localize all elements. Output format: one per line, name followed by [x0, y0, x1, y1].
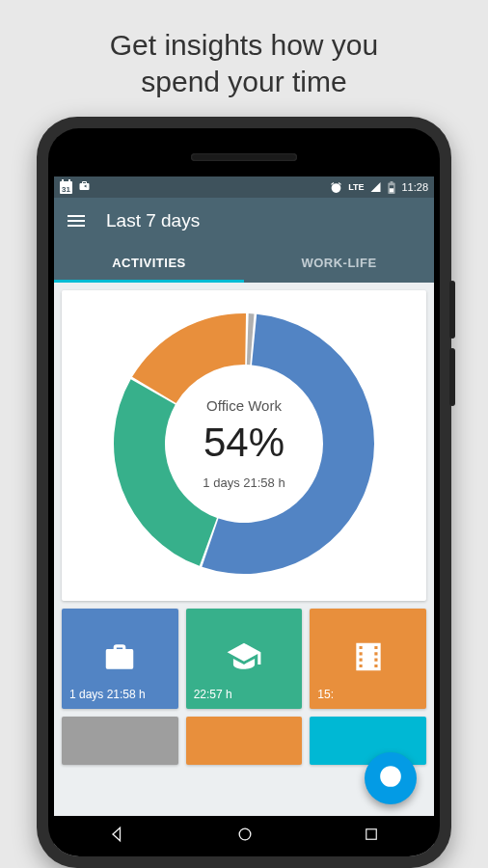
activity-tiles: 1 days 21:58 h22:57 h15: [62, 609, 426, 709]
donut-center-percent: 54% [203, 420, 285, 466]
activity-tile-movies[interactable]: 15: [310, 609, 426, 709]
activity-tile-study[interactable]: 22:57 h [186, 609, 303, 709]
clock-icon [378, 764, 403, 793]
graduation-icon [226, 638, 262, 679]
film-icon [350, 638, 387, 679]
svg-point-0 [239, 828, 251, 840]
content: Office Work 54% 1 days 21:58 h 1 days 21… [54, 283, 434, 773]
tab-activities[interactable]: ACTIVITIES [54, 244, 244, 283]
phone-side-button [449, 348, 455, 406]
tile-duration: 15: [317, 688, 419, 701]
phone-side-button [449, 281, 455, 339]
briefcase-icon [101, 638, 138, 679]
signal-icon [369, 181, 382, 193]
app-screen: 31 LTE 11:28 [54, 176, 434, 856]
store-icon [78, 180, 91, 194]
menu-icon[interactable] [68, 215, 85, 227]
phone-frame: 31 LTE 11:28 [37, 117, 451, 868]
page-headline: Get insights how you spend your time [110, 27, 378, 99]
nav-recent-button[interactable] [363, 826, 380, 847]
activity-tile-partial-2[interactable] [310, 717, 426, 765]
tabs: ACTIVITIES WORK-LIFE [54, 244, 434, 283]
activity-tile-office-work[interactable]: 1 days 21:58 h [62, 609, 178, 709]
svg-rect-1 [366, 829, 377, 840]
tile-duration: 1 days 21:58 h [69, 688, 171, 701]
status-time: 11:28 [401, 181, 428, 193]
donut-center-duration: 1 days 21:58 h [203, 475, 285, 490]
phone-speaker [191, 153, 297, 161]
tab-work-life[interactable]: WORK-LIFE [244, 244, 434, 283]
android-nav-bar [54, 816, 434, 856]
donut-card: Office Work 54% 1 days 21:58 h [62, 290, 426, 601]
activity-tile-partial-1[interactable] [186, 717, 303, 765]
battery-icon [388, 181, 395, 194]
alarm-icon [330, 181, 342, 194]
donut-center-label: Office Work [206, 397, 282, 414]
lte-label: LTE [348, 182, 364, 192]
nav-back-button[interactable] [108, 825, 127, 848]
app-bar: Last 7 days [54, 198, 434, 244]
calendar-icon: 31 [60, 181, 72, 194]
activity-tiles-row2 [62, 717, 426, 765]
fab-timer-button[interactable] [365, 752, 417, 804]
tile-duration: 22:57 h [194, 688, 295, 701]
activity-tile-partial-0[interactable] [62, 717, 178, 765]
nav-home-button[interactable] [235, 825, 255, 848]
status-bar: 31 LTE 11:28 [54, 176, 434, 198]
appbar-title: Last 7 days [106, 210, 200, 231]
